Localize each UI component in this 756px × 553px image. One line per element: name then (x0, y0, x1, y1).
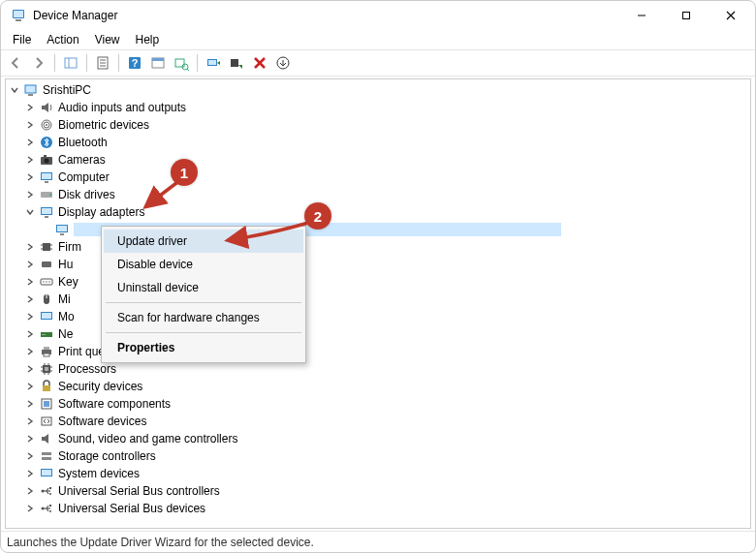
network-icon (39, 326, 54, 342)
svg-rect-22 (28, 94, 33, 96)
properties-button[interactable] (92, 52, 113, 74)
tree-category[interactable]: Software components (6, 395, 750, 413)
chevron-right-icon[interactable] (23, 240, 37, 254)
svg-rect-19 (231, 59, 238, 67)
chevron-right-icon[interactable] (23, 292, 37, 306)
ctx-scan-hardware[interactable]: Scan for hardware changes (104, 306, 303, 329)
tree-category[interactable]: Universal Serial Bus controllers (6, 482, 750, 500)
chevron-right-icon[interactable] (23, 345, 37, 358)
tree-category[interactable]: Biometric devices (6, 116, 750, 134)
chevron-right-icon[interactable] (23, 170, 37, 184)
tree-category-label: Universal Serial Bus devices (58, 502, 205, 515)
maximize-button[interactable] (664, 1, 709, 30)
tree-category[interactable]: Sound, video and game controllers (6, 430, 750, 447)
tree-category-label: Universal Serial Bus controllers (58, 484, 220, 498)
tree-category-label: Cameras (58, 153, 106, 167)
tree-category[interactable]: Storage controllers (6, 447, 750, 465)
chevron-right-icon[interactable] (23, 188, 37, 201)
uninstall-device-button[interactable] (249, 52, 270, 74)
toolbar-separator (118, 54, 119, 72)
disable-device-button[interactable] (226, 52, 247, 74)
computer-icon (23, 82, 39, 98)
status-text: Launches the Update Driver Wizard for th… (7, 536, 314, 549)
tree-category[interactable]: Bluetooth (6, 134, 750, 151)
svg-point-48 (43, 281, 44, 282)
tree-category-display-adapters[interactable]: Display adapters (6, 203, 750, 221)
tree-category[interactable]: Audio inputs and outputs (6, 99, 750, 116)
chip-icon (39, 239, 54, 255)
chevron-right-icon[interactable] (23, 467, 37, 480)
menu-help[interactable]: Help (128, 31, 168, 48)
chevron-right-icon[interactable] (23, 275, 37, 289)
svg-rect-81 (49, 487, 51, 489)
svg-point-28 (45, 159, 49, 164)
tree-category[interactable]: Security devices (6, 378, 750, 395)
chevron-right-icon[interactable] (23, 310, 37, 323)
tree-category[interactable]: Computer (6, 169, 750, 186)
show-hide-console-button[interactable] (60, 52, 81, 74)
chevron-right-icon[interactable] (23, 136, 37, 149)
svg-rect-41 (43, 243, 50, 251)
menu-action[interactable]: Action (39, 31, 86, 48)
svg-rect-21 (25, 85, 36, 93)
tree-category-label: Hu (58, 258, 73, 271)
back-button[interactable] (5, 52, 26, 74)
chevron-right-icon[interactable] (23, 415, 37, 428)
lock-icon (39, 379, 54, 394)
chevron-right-icon[interactable] (23, 432, 37, 445)
chevron-down-icon[interactable] (8, 83, 21, 97)
update-driver-button[interactable] (203, 52, 224, 74)
ctx-disable-device[interactable]: Disable device (104, 253, 303, 276)
tree-category-label: Security devices (58, 380, 142, 393)
close-button[interactable] (709, 1, 753, 30)
tree-category[interactable]: System devices (6, 465, 750, 482)
chevron-right-icon[interactable] (23, 484, 37, 498)
tree-root[interactable]: SrishtiPC (6, 81, 750, 99)
chevron-down-icon[interactable] (23, 205, 37, 219)
svg-point-25 (46, 124, 47, 126)
tree-category[interactable]: Software devices (6, 413, 750, 430)
chevron-right-icon[interactable] (23, 101, 37, 114)
tree-category-label: Storage controllers (58, 449, 156, 463)
svg-point-49 (46, 281, 47, 282)
svg-rect-73 (44, 401, 49, 407)
menu-file[interactable]: File (5, 31, 39, 48)
chevron-right-icon[interactable] (23, 362, 37, 376)
chevron-right-icon[interactable] (23, 258, 37, 271)
chevron-right-icon[interactable] (23, 449, 37, 463)
chevron-right-icon[interactable] (23, 380, 37, 393)
tree-category-label: Display adapters (58, 205, 144, 219)
device-install-button[interactable] (272, 52, 294, 74)
ctx-properties[interactable]: Properties (104, 336, 303, 359)
tree-category-label: Audio inputs and outputs (58, 101, 186, 114)
svg-rect-29 (44, 155, 47, 157)
svg-point-82 (49, 493, 51, 495)
tree-category-label: Software devices (58, 415, 146, 428)
minimize-button[interactable] (619, 1, 664, 30)
chevron-right-icon[interactable] (23, 327, 37, 341)
action-button[interactable] (147, 52, 169, 74)
tree-category[interactable]: Universal Serial Bus devices (6, 500, 750, 517)
scan-hardware-button[interactable] (171, 52, 192, 74)
tree-category-label: Mo (58, 310, 75, 323)
chevron-right-icon[interactable] (23, 397, 37, 411)
camera-icon (39, 152, 54, 168)
ctx-uninstall-device[interactable]: Uninstall device (104, 276, 303, 299)
chevron-right-icon[interactable] (23, 118, 37, 132)
usb-icon (39, 483, 54, 499)
chevron-right-icon[interactable] (23, 502, 37, 515)
chevron-right-icon[interactable] (23, 153, 37, 167)
window-title: Device Manager (33, 9, 117, 22)
ctx-update-driver[interactable]: Update driver (104, 230, 303, 253)
tree-category[interactable]: Cameras (6, 151, 750, 169)
device-tree[interactable]: SrishtiPC Audio inputs and outputs Biome… (5, 78, 751, 529)
svg-rect-18 (208, 60, 216, 65)
context-menu: Update driver Disable device Uninstall d… (101, 226, 306, 363)
help-button[interactable]: ? (124, 52, 145, 74)
forward-button[interactable] (28, 52, 49, 74)
tree-category[interactable]: Disk drives (6, 186, 750, 203)
printer-icon (39, 344, 54, 359)
tree-category-label: Sound, video and game controllers (58, 432, 237, 445)
menu-view[interactable]: View (87, 31, 128, 48)
toolbar-separator (86, 54, 87, 72)
